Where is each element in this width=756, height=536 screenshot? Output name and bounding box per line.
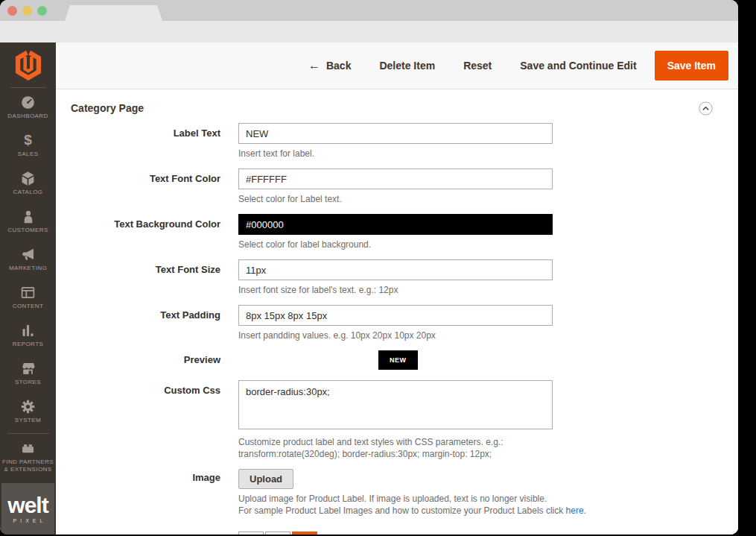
- label-text-input[interactable]: [238, 123, 553, 144]
- field-label: Image: [71, 469, 220, 517]
- sales-icon: $: [24, 133, 32, 148]
- upload-image-button[interactable]: Upload: [238, 469, 293, 489]
- sidebar-item-reports[interactable]: REPORTS: [0, 316, 56, 354]
- text-padding-input[interactable]: [238, 305, 553, 326]
- field-label: Label Text: [71, 123, 220, 160]
- field-row-position: Position: [71, 530, 738, 535]
- catalog-icon: [20, 171, 36, 186]
- text-background-color-input[interactable]: [238, 214, 553, 235]
- close-window-button[interactable]: [7, 6, 17, 16]
- field-note: Select color for Label text.: [238, 193, 553, 205]
- browser-tab[interactable]: [65, 5, 162, 21]
- field-note: Insert text for label.: [238, 148, 553, 160]
- sidebar-item-label: STORES: [2, 379, 54, 386]
- reports-icon: [20, 323, 36, 338]
- field-row-label-text: Label Text Insert text for label.: [71, 123, 738, 160]
- stores-icon: [20, 361, 36, 376]
- sidebar-item-system[interactable]: SYSTEM: [0, 392, 56, 430]
- label-preview-badge: NEW: [378, 350, 418, 370]
- sidebar-item-label: FIND PARTNERS & EXTENSIONS: [2, 458, 54, 473]
- field-row-text-background-color: Text Background Color Select color for l…: [71, 214, 738, 250]
- position-cell[interactable]: [265, 532, 290, 535]
- sidebar-item-label: CONTENT: [2, 303, 54, 310]
- chevron-up-icon: [699, 101, 713, 116]
- sidebar-divider: [7, 433, 49, 434]
- sample-labels-link[interactable]: here.: [566, 505, 586, 516]
- field-label: Preview: [71, 350, 220, 370]
- field-label: Text Padding: [71, 305, 220, 341]
- reset-button[interactable]: Reset: [463, 60, 492, 72]
- field-row-text-font-color: Text Font Color Select color for Label t…: [71, 168, 738, 205]
- field-row-custom-css: Custom Css border-radius:30px; Customize…: [71, 380, 738, 460]
- extensions-icon: [20, 441, 36, 456]
- field-label: Custom Css: [71, 380, 220, 460]
- customers-icon: [21, 209, 36, 224]
- magento-logo-icon: [13, 48, 43, 81]
- position-cell[interactable]: [238, 532, 264, 535]
- sidebar-item-customers[interactable]: CUSTOMERS: [0, 202, 56, 240]
- field-note: Insert pandding values. e.g. 10px 20px 1…: [238, 330, 553, 341]
- text-font-size-input[interactable]: [238, 259, 553, 280]
- field-row-preview: Preview NEW: [71, 350, 738, 370]
- position-grid: [238, 532, 317, 535]
- zoom-window-button[interactable]: [37, 6, 47, 16]
- content-icon: [20, 285, 36, 300]
- field-row-text-padding: Text Padding Insert pandding values. e.g…: [71, 305, 738, 341]
- screen: DASHBOARD $ SALES CATALOG CUSTOME: [0, 0, 756, 536]
- sidebar-item-label: SALES: [2, 151, 54, 158]
- field-note: Upload image for Product Label. If image…: [238, 493, 586, 517]
- sidebar-item-stores[interactable]: STORES: [0, 354, 56, 392]
- field-note: Select color for label background.: [238, 239, 553, 250]
- sidebar-item-label: REPORTS: [2, 341, 54, 348]
- marketing-icon: [20, 247, 36, 262]
- sidebar-item-label: SYSTEM: [2, 417, 54, 424]
- back-button[interactable]: ← Back: [308, 59, 351, 72]
- weltpixel-logo[interactable]: welt PIXEL: [1, 483, 54, 535]
- collapse-section-button[interactable]: [699, 101, 713, 118]
- save-and-continue-button[interactable]: Save and Continue Edit: [520, 60, 636, 72]
- delete-item-button[interactable]: Delete Item: [379, 60, 435, 72]
- save-item-button[interactable]: Save Item: [655, 51, 728, 81]
- system-icon: [20, 399, 36, 414]
- image-note-line1: Upload image for Product Label. If image…: [238, 494, 547, 504]
- sidebar-item-label: CATALOG: [2, 189, 54, 196]
- sidebar-item-label: DASHBOARD: [2, 113, 54, 120]
- back-arrow-icon: ←: [308, 59, 320, 72]
- minimize-window-button[interactable]: [22, 6, 32, 16]
- field-label: Text Font Size: [71, 259, 220, 296]
- sidebar-item-find-partners[interactable]: FIND PARTNERS & EXTENSIONS: [0, 435, 56, 479]
- browser-titlebar: [0, 0, 738, 21]
- back-label: Back: [326, 60, 351, 72]
- sidebar-item-marketing[interactable]: MARKETING: [0, 240, 56, 278]
- section-title: Category Page: [71, 102, 144, 114]
- field-row-text-font-size: Text Font Size Insert font size for labe…: [71, 259, 738, 296]
- sidebar-item-dashboard[interactable]: DASHBOARD: [0, 88, 56, 126]
- field-note: Insert font size for label's text. e.g.:…: [238, 284, 553, 296]
- form-content: Category Page Label Text Insert te: [56, 89, 738, 535]
- custom-css-note-line2: transform:rotate(320deg); border-radius:…: [238, 449, 492, 459]
- weltpixel-logo-main: welt: [7, 495, 48, 516]
- admin-sidebar: DASHBOARD $ SALES CATALOG CUSTOME: [0, 42, 56, 535]
- dashboard-icon: [20, 95, 36, 110]
- sidebar-item-catalog[interactable]: CATALOG: [0, 164, 56, 202]
- field-note: Customize product label and text styles …: [238, 436, 553, 460]
- magento-logo[interactable]: [13, 47, 43, 83]
- custom-css-note-line1: Customize product label and text styles …: [238, 437, 504, 447]
- text-font-color-input[interactable]: [238, 168, 553, 189]
- position-cell-selected[interactable]: [292, 532, 317, 535]
- sidebar-item-label: MARKETING: [2, 265, 54, 272]
- field-row-image: Image Upload Upload image for Product La…: [71, 469, 738, 517]
- image-note-line2: For sample Product Label Images and how …: [238, 505, 566, 516]
- custom-css-textarea[interactable]: border-radius:30px;: [238, 380, 553, 429]
- sidebar-item-label: CUSTOMERS: [2, 227, 54, 234]
- sidebar-item-sales[interactable]: $ SALES: [0, 126, 56, 164]
- browser-address-bar[interactable]: [0, 21, 738, 42]
- sidebar-item-content[interactable]: CONTENT: [0, 278, 56, 316]
- field-label: Text Background Color: [71, 214, 220, 250]
- field-label: Text Font Color: [71, 168, 220, 205]
- field-label: Position: [71, 530, 220, 535]
- browser-window: DASHBOARD $ SALES CATALOG CUSTOME: [0, 0, 738, 535]
- page-actions-bar: ← Back Delete Item Reset Save and Contin…: [56, 42, 738, 89]
- weltpixel-logo-sub: PIXEL: [13, 518, 47, 523]
